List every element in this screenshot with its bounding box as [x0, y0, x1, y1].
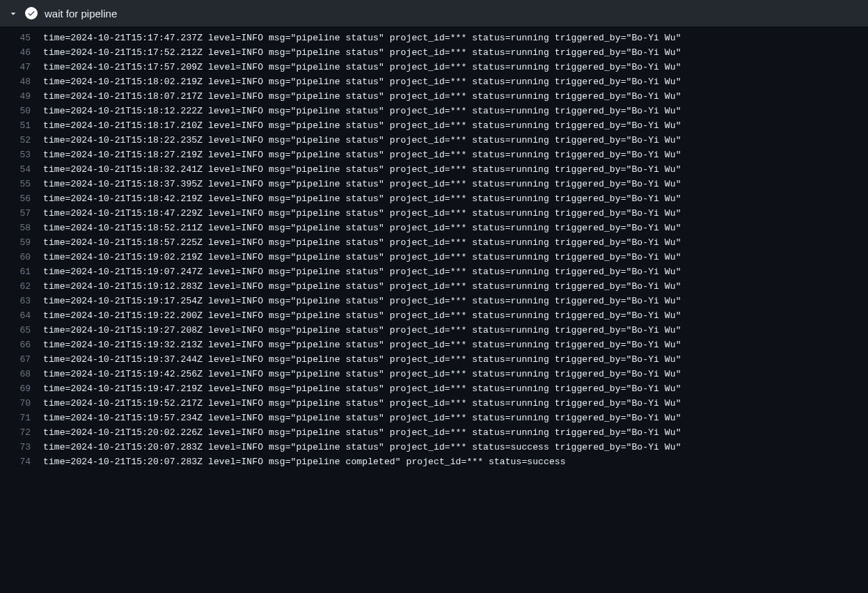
- line-number[interactable]: 50: [0, 104, 43, 118]
- log-line: 59time=2024-10-21T15:18:57.225Z level=IN…: [0, 235, 868, 250]
- log-line: 68time=2024-10-21T15:19:42.256Z level=IN…: [0, 367, 868, 381]
- log-line: 67time=2024-10-21T15:19:37.244Z level=IN…: [0, 352, 868, 367]
- log-output: 45time=2024-10-21T15:17:47.237Z level=IN…: [0, 26, 868, 469]
- line-number[interactable]: 48: [0, 74, 43, 89]
- line-content: time=2024-10-21T15:18:07.217Z level=INFO…: [43, 89, 681, 104]
- line-content: time=2024-10-21T15:19:22.200Z level=INFO…: [43, 308, 681, 323]
- line-number[interactable]: 59: [0, 235, 43, 250]
- log-line: 60time=2024-10-21T15:19:02.219Z level=IN…: [0, 250, 868, 264]
- log-line: 55time=2024-10-21T15:18:37.395Z level=IN…: [0, 177, 868, 191]
- log-line: 51time=2024-10-21T15:18:17.210Z level=IN…: [0, 118, 868, 133]
- log-line: 66time=2024-10-21T15:19:32.213Z level=IN…: [0, 338, 868, 352]
- line-number[interactable]: 67: [0, 352, 43, 367]
- line-number[interactable]: 49: [0, 89, 43, 104]
- line-number[interactable]: 45: [0, 31, 43, 45]
- line-content: time=2024-10-21T15:18:52.211Z level=INFO…: [43, 221, 681, 235]
- line-number[interactable]: 71: [0, 411, 43, 425]
- line-content: time=2024-10-21T15:18:17.210Z level=INFO…: [43, 118, 681, 133]
- log-line: 45time=2024-10-21T15:17:47.237Z level=IN…: [0, 31, 868, 45]
- line-content: time=2024-10-21T15:18:02.219Z level=INFO…: [43, 74, 681, 89]
- log-line: 50time=2024-10-21T15:18:12.222Z level=IN…: [0, 104, 868, 118]
- line-number[interactable]: 64: [0, 308, 43, 323]
- line-number[interactable]: 51: [0, 118, 43, 133]
- log-line: 46time=2024-10-21T15:17:52.212Z level=IN…: [0, 45, 868, 60]
- line-content: time=2024-10-21T15:20:07.283Z level=INFO…: [43, 440, 681, 454]
- log-line: 61time=2024-10-21T15:19:07.247Z level=IN…: [0, 264, 868, 279]
- log-line: 72time=2024-10-21T15:20:02.226Z level=IN…: [0, 425, 868, 440]
- line-number[interactable]: 62: [0, 279, 43, 294]
- line-number[interactable]: 72: [0, 425, 43, 440]
- line-content: time=2024-10-21T15:20:07.283Z level=INFO…: [43, 454, 566, 469]
- line-content: time=2024-10-21T15:19:52.217Z level=INFO…: [43, 396, 681, 411]
- log-line: 73time=2024-10-21T15:20:07.283Z level=IN…: [0, 440, 868, 454]
- line-content: time=2024-10-21T15:19:12.283Z level=INFO…: [43, 279, 681, 294]
- line-number[interactable]: 73: [0, 440, 43, 454]
- line-content: time=2024-10-21T15:19:17.254Z level=INFO…: [43, 294, 681, 308]
- line-number[interactable]: 65: [0, 323, 43, 338]
- step-title: wait for pipeline: [45, 8, 117, 19]
- line-content: time=2024-10-21T15:19:27.208Z level=INFO…: [43, 323, 681, 338]
- line-number[interactable]: 53: [0, 148, 43, 162]
- log-line: 65time=2024-10-21T15:19:27.208Z level=IN…: [0, 323, 868, 338]
- line-content: time=2024-10-21T15:18:57.225Z level=INFO…: [43, 235, 681, 250]
- line-number[interactable]: 70: [0, 396, 43, 411]
- log-line: 49time=2024-10-21T15:18:07.217Z level=IN…: [0, 89, 868, 104]
- line-number[interactable]: 69: [0, 381, 43, 396]
- line-content: time=2024-10-21T15:20:02.226Z level=INFO…: [43, 425, 681, 440]
- line-number[interactable]: 57: [0, 206, 43, 221]
- line-content: time=2024-10-21T15:17:57.209Z level=INFO…: [43, 60, 681, 74]
- line-content: time=2024-10-21T15:18:42.219Z level=INFO…: [43, 191, 681, 206]
- log-line: 69time=2024-10-21T15:19:47.219Z level=IN…: [0, 381, 868, 396]
- line-content: time=2024-10-21T15:17:47.237Z level=INFO…: [43, 31, 681, 45]
- line-number[interactable]: 60: [0, 250, 43, 264]
- log-line: 56time=2024-10-21T15:18:42.219Z level=IN…: [0, 191, 868, 206]
- log-line: 52time=2024-10-21T15:18:22.235Z level=IN…: [0, 133, 868, 148]
- line-content: time=2024-10-21T15:18:22.235Z level=INFO…: [43, 133, 681, 148]
- line-number[interactable]: 63: [0, 294, 43, 308]
- log-line: 48time=2024-10-21T15:18:02.219Z level=IN…: [0, 74, 868, 89]
- line-content: time=2024-10-21T15:18:37.395Z level=INFO…: [43, 177, 681, 191]
- line-content: time=2024-10-21T15:19:07.247Z level=INFO…: [43, 264, 681, 279]
- line-number[interactable]: 68: [0, 367, 43, 381]
- line-content: time=2024-10-21T15:19:32.213Z level=INFO…: [43, 338, 681, 352]
- line-content: time=2024-10-21T15:19:37.244Z level=INFO…: [43, 352, 681, 367]
- line-number[interactable]: 52: [0, 133, 43, 148]
- line-content: time=2024-10-21T15:18:47.229Z level=INFO…: [43, 206, 681, 221]
- log-line: 64time=2024-10-21T15:19:22.200Z level=IN…: [0, 308, 868, 323]
- line-content: time=2024-10-21T15:19:57.234Z level=INFO…: [43, 411, 681, 425]
- log-line: 70time=2024-10-21T15:19:52.217Z level=IN…: [0, 396, 868, 411]
- log-line: 74time=2024-10-21T15:20:07.283Z level=IN…: [0, 454, 868, 469]
- log-line: 54time=2024-10-21T15:18:32.241Z level=IN…: [0, 162, 868, 177]
- line-content: time=2024-10-21T15:18:27.219Z level=INFO…: [43, 148, 681, 162]
- step-header[interactable]: wait for pipeline: [0, 0, 868, 26]
- line-number[interactable]: 61: [0, 264, 43, 279]
- line-number[interactable]: 46: [0, 45, 43, 60]
- line-number[interactable]: 58: [0, 221, 43, 235]
- line-content: time=2024-10-21T15:19:02.219Z level=INFO…: [43, 250, 681, 264]
- line-number[interactable]: 74: [0, 454, 43, 469]
- log-line: 58time=2024-10-21T15:18:52.211Z level=IN…: [0, 221, 868, 235]
- line-number[interactable]: 66: [0, 338, 43, 352]
- line-content: time=2024-10-21T15:18:32.241Z level=INFO…: [43, 162, 681, 177]
- line-number[interactable]: 47: [0, 60, 43, 74]
- success-check-icon: [25, 7, 38, 19]
- line-content: time=2024-10-21T15:18:12.222Z level=INFO…: [43, 104, 681, 118]
- log-line: 47time=2024-10-21T15:17:57.209Z level=IN…: [0, 60, 868, 74]
- log-line: 71time=2024-10-21T15:19:57.234Z level=IN…: [0, 411, 868, 425]
- log-line: 62time=2024-10-21T15:19:12.283Z level=IN…: [0, 279, 868, 294]
- log-line: 63time=2024-10-21T15:19:17.254Z level=IN…: [0, 294, 868, 308]
- log-line: 53time=2024-10-21T15:18:27.219Z level=IN…: [0, 148, 868, 162]
- line-content: time=2024-10-21T15:19:47.219Z level=INFO…: [43, 381, 681, 396]
- line-content: time=2024-10-21T15:17:52.212Z level=INFO…: [43, 45, 681, 60]
- line-number[interactable]: 56: [0, 191, 43, 206]
- line-number[interactable]: 55: [0, 177, 43, 191]
- log-line: 57time=2024-10-21T15:18:47.229Z level=IN…: [0, 206, 868, 221]
- line-content: time=2024-10-21T15:19:42.256Z level=INFO…: [43, 367, 681, 381]
- line-number[interactable]: 54: [0, 162, 43, 177]
- chevron-down-icon[interactable]: [8, 8, 18, 18]
